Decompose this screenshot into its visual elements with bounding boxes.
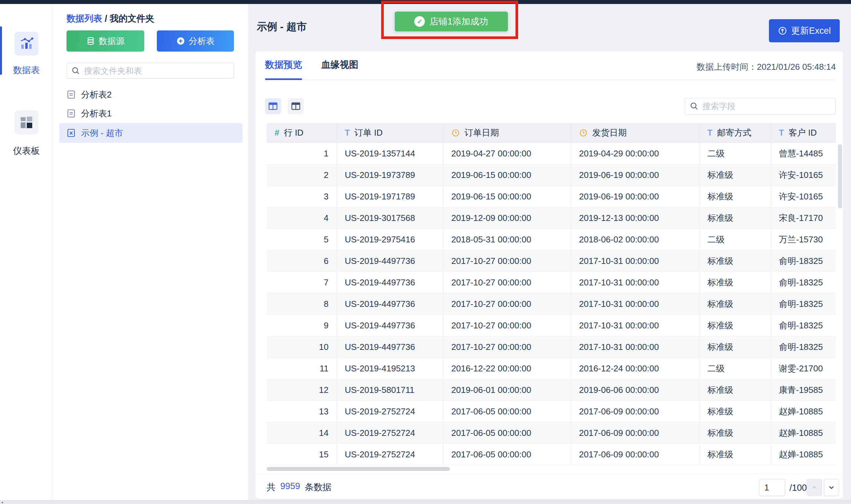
scroll-corner-arrow: ◄ (1, 501, 4, 504)
table-cell: 2019-12-09 00:00:00 (443, 208, 571, 229)
update-excel-button[interactable]: 更新Excel (769, 19, 840, 42)
vertical-scrollbar[interactable] (838, 123, 843, 465)
table-row: 14US-2019-27527242017-06-05 00:00:002017… (267, 422, 836, 444)
tab-lineage-view[interactable]: 血缘视图 (321, 58, 358, 71)
data-preview-table: #行 IDT订单 ID订单日期发货日期T邮寄方式T客户 ID 1US-2019-… (267, 123, 836, 465)
sidebar-item-dashboard-label[interactable]: 仪表板 (0, 145, 53, 157)
tabs-divider (265, 80, 836, 80)
field-search-input[interactable]: 搜索字段 (685, 98, 836, 114)
total-prefix: 共 (267, 481, 276, 493)
table-cell: 2019-06-06 00:00:00 (571, 379, 699, 401)
text-type-icon: T (345, 128, 350, 138)
page-up-button[interactable] (806, 479, 822, 496)
table-row: 9US-2019-44977362017-10-27 00:00:002017-… (267, 315, 836, 336)
table-cell: 谢雯-21700 (771, 358, 836, 379)
table-grid-icon (268, 101, 278, 111)
table-cell: 2017-10-31 00:00:00 (571, 315, 699, 336)
page-scrollbar-track[interactable]: ◄ (0, 500, 851, 504)
folder-search-input[interactable]: 搜索文件夹和表 (67, 63, 234, 79)
horizontal-scrollbar-thumb[interactable] (267, 467, 450, 471)
table-cell: 2017-10-27 00:00:00 (443, 315, 571, 336)
table-cell: 标准级 (699, 379, 771, 401)
table-cell: 标准级 (699, 208, 771, 229)
column-header: T客户 ID (771, 123, 836, 143)
table-view-toggle-alt[interactable] (288, 98, 304, 114)
datasource-button[interactable]: 数据源 (67, 31, 144, 52)
upload-refresh-icon (778, 26, 787, 35)
folder-list-item[interactable]: 分析表2 (59, 85, 243, 104)
table-cell: 2017-06-05 00:00:00 (443, 444, 571, 465)
vertical-scrollbar-thumb[interactable] (838, 144, 842, 208)
table-row: 6US-2019-44977362017-10-27 00:00:002017-… (267, 250, 836, 272)
column-header-label: 行 ID (284, 127, 303, 139)
table-cell: 2017-06-09 00:00:00 (571, 401, 699, 422)
table-cell: 2019-04-29 00:00:00 (571, 143, 699, 164)
table-cell: US-2019-2752724 (337, 401, 443, 422)
table-cell: US-2019-1971789 (337, 186, 443, 208)
table-row: 15US-2019-27527242017-06-05 00:00:002017… (267, 444, 836, 465)
table-cell: US-2019-4497736 (337, 315, 443, 336)
table-cell: 2016-12-22 00:00:00 (443, 358, 571, 379)
folder-list-item[interactable]: 示例 - 超市 (59, 123, 243, 143)
table-cell: 宋良-17170 (771, 208, 836, 229)
table-cell: 2017-10-31 00:00:00 (571, 293, 699, 315)
active-tab-underline (265, 78, 302, 80)
column-header-label: 邮寄方式 (717, 127, 751, 139)
breadcrumb-separator: / (102, 14, 110, 23)
page-number-input[interactable] (759, 479, 785, 496)
footer-divider (255, 473, 843, 474)
page-down-button[interactable] (824, 479, 839, 496)
number-type-icon: # (274, 128, 279, 138)
table-cell: 2019-04-27 00:00:00 (443, 143, 571, 164)
analysis-table-button-label: 分析表 (189, 35, 215, 47)
table-row: 5US-2019-29754162018-05-31 00:00:002018-… (267, 229, 836, 250)
table-cell: US-2019-4497736 (337, 293, 443, 315)
table-row: 3US-2019-19717892019-06-15 00:00:002019-… (267, 186, 836, 208)
nav-rail: 数据表 仪表板 (0, 4, 53, 500)
sidebar-item-dashboard[interactable] (15, 110, 38, 134)
table-cell: 标准级 (699, 336, 771, 358)
table-cell: 标准级 (699, 444, 771, 465)
dashboard-icon (19, 115, 34, 130)
table-cell: 15 (267, 444, 337, 465)
table-cell: 12 (267, 379, 337, 401)
folder-list: 分析表2分析表1示例 - 超市 (53, 85, 249, 143)
column-header: 发货日期 (571, 123, 699, 143)
table-view-toggle-active[interactable] (265, 98, 281, 114)
table-cell: 10 (267, 336, 337, 358)
table-cell: 7 (267, 272, 337, 293)
table-body: 1US-2019-13571442019-04-27 00:00:002019-… (267, 143, 836, 465)
excel-file-icon (67, 128, 76, 138)
sidebar-item-datatable[interactable] (15, 32, 38, 56)
table-row: 8US-2019-44977362017-10-27 00:00:002017-… (267, 293, 836, 315)
table-cell: 2017-06-09 00:00:00 (571, 422, 699, 444)
table-cell: 2017-10-27 00:00:00 (443, 272, 571, 293)
table-cell: US-2019-1973789 (337, 164, 443, 186)
table-detail-card: 数据预览 血缘视图 数据上传时间：2021/01/26 05:48:14 (255, 51, 843, 499)
table-cell: 14 (267, 422, 337, 444)
table-cell: US-2019-1357144 (337, 143, 443, 164)
table-cell: 2019-06-01 00:00:00 (443, 379, 571, 401)
folder-item-label: 分析表1 (81, 108, 111, 120)
tab-data-preview[interactable]: 数据预览 (265, 58, 302, 71)
table-cell: 康青-19585 (771, 379, 836, 401)
upload-time-value: 2021/01/26 05:48:14 (757, 62, 836, 72)
table-cell: 9 (267, 315, 337, 336)
table-cell: 2019-06-19 00:00:00 (571, 186, 699, 208)
column-header: #行 ID (267, 123, 337, 143)
folder-list-item[interactable]: 分析表1 (59, 104, 243, 123)
analysis-table-button[interactable]: 分析表 (157, 31, 234, 52)
table-cell: 2019-06-19 00:00:00 (571, 164, 699, 186)
table-cell: 2017-06-09 00:00:00 (571, 444, 699, 465)
table-cell: 标准级 (699, 272, 771, 293)
sidebar-item-datatable-label[interactable]: 数据表 (0, 64, 53, 76)
breadcrumb-link[interactable]: 数据列表 (67, 14, 102, 23)
table-cell: 赵婵-10885 (771, 401, 836, 422)
datasource-button-label: 数据源 (99, 35, 125, 47)
column-header-label: 发货日期 (592, 127, 627, 139)
page-total-text: /100 (790, 483, 807, 493)
table-cell: 3 (267, 186, 337, 208)
table-cell: 1 (267, 143, 337, 164)
table-cell: 标准级 (699, 293, 771, 315)
table-grid-alt-icon (291, 101, 301, 111)
